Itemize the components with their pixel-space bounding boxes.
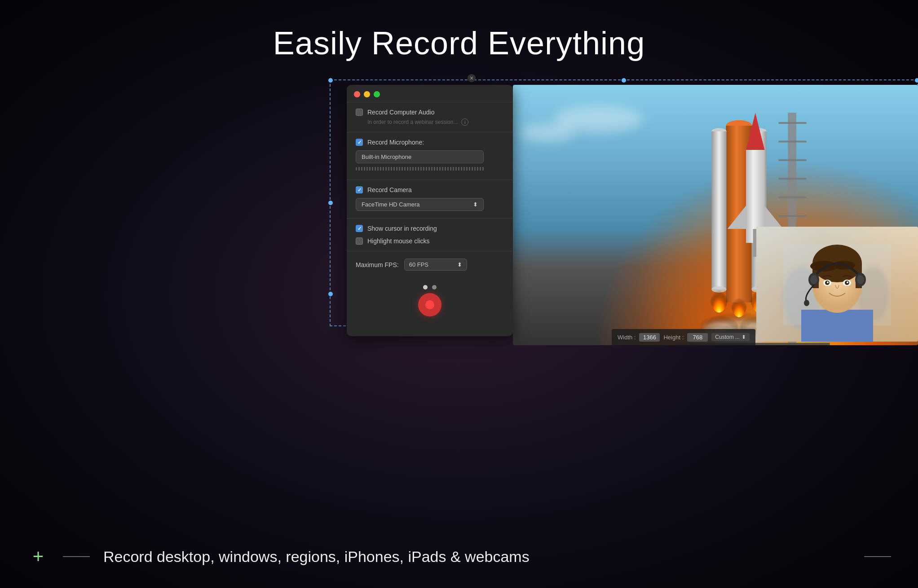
camera-section: Record Camera FaceTime HD Camera ⬍ — [347, 180, 513, 218]
record-camera-row[interactable]: Record Camera — [356, 184, 504, 196]
bottom-line-left — [63, 556, 90, 557]
svg-point-54 — [857, 275, 864, 284]
svg-point-55 — [804, 300, 809, 306]
record-camera-label: Record Camera — [367, 186, 412, 193]
svg-point-49 — [827, 281, 829, 283]
svg-rect-11 — [711, 132, 726, 290]
highlight-clicks-row[interactable]: Highlight mouse clicks — [356, 235, 504, 247]
info-text-content: In order to record a webinar session... — [367, 119, 458, 125]
bottom-line-right — [864, 556, 891, 557]
info-text-row: In order to record a webinar session... … — [356, 118, 504, 128]
custom-label: Custom ... — [715, 334, 740, 340]
info-icon[interactable]: i — [461, 118, 468, 126]
rocket-background: Width : 1366 Height : 768 Custom ... ⬍ — [513, 85, 918, 345]
record-button-inner — [425, 300, 434, 309]
record-audio-row[interactable]: Record Computer Audio — [356, 106, 504, 118]
handle-mid-left[interactable] — [328, 201, 333, 205]
microphone-value: Built-in Microphone — [362, 154, 411, 160]
camera-arrow-icon: ⬍ — [473, 201, 478, 208]
width-label: Width : — [618, 334, 636, 341]
svg-point-28 — [730, 285, 747, 317]
fps-label: Maximum FPS: — [356, 261, 399, 268]
svg-point-52 — [810, 275, 817, 284]
cursor-section: Show cursor in recording Highlight mouse… — [347, 218, 513, 251]
fps-value: 60 FPS — [409, 261, 428, 268]
recording-ui: × Record Computer Audio In order to reco… — [330, 79, 918, 353]
svg-rect-2 — [778, 140, 806, 142]
custom-arrow-icon: ⬍ — [741, 334, 746, 340]
cloud-2 — [521, 124, 575, 142]
svg-rect-3 — [778, 159, 806, 161]
traffic-lights — [347, 85, 513, 102]
camera-value: FaceTime HD Camera — [362, 201, 420, 208]
fps-dropdown[interactable]: 60 FPS ⬍ — [404, 259, 467, 271]
webcam-overlay — [756, 227, 918, 342]
record-button-wrap — [347, 293, 513, 324]
handle-bottom-left[interactable] — [328, 292, 333, 296]
show-cursor-label: Show cursor in recording — [367, 225, 437, 232]
custom-dropdown[interactable]: Custom ... ⬍ — [711, 333, 750, 341]
record-audio-label: Record Computer Audio — [367, 109, 434, 116]
pagination-dots — [347, 278, 513, 293]
record-audio-checkbox[interactable] — [356, 109, 363, 116]
control-panel: Record Computer Audio In order to record… — [347, 85, 513, 336]
pagination-dot-1[interactable] — [423, 285, 428, 290]
record-button[interactable] — [418, 293, 441, 316]
screenshot-area: Width : 1366 Height : 768 Custom ... ⬍ — [513, 85, 918, 345]
width-value[interactable]: 1366 — [639, 333, 660, 342]
pagination-dot-2[interactable] — [432, 285, 437, 290]
webcam-person — [756, 227, 918, 342]
close-button[interactable] — [354, 91, 360, 97]
svg-marker-20 — [764, 206, 783, 229]
fps-row: Maximum FPS: 60 FPS ⬍ — [356, 255, 504, 274]
microphone-section: Record Microphone: Built-in Microphone — [347, 132, 513, 180]
maximize-button[interactable] — [374, 91, 380, 97]
fps-section: Maximum FPS: 60 FPS ⬍ — [347, 251, 513, 278]
plus-icon-wrap: + — [27, 545, 49, 568]
show-cursor-row[interactable]: Show cursor in recording — [356, 222, 504, 235]
plus-icon: + — [33, 547, 44, 566]
record-microphone-label: Record Microphone: — [367, 139, 424, 146]
svg-rect-4 — [778, 178, 806, 180]
bottom-bar: + Record desktop, windows, regions, iPho… — [0, 525, 918, 588]
highlight-clicks-label: Highlight mouse clicks — [367, 237, 430, 245]
svg-rect-1 — [778, 122, 806, 124]
svg-rect-6 — [778, 215, 806, 217]
svg-point-27 — [710, 276, 728, 313]
audio-section: Record Computer Audio In order to record… — [347, 102, 513, 132]
record-microphone-checkbox[interactable] — [356, 139, 363, 146]
page-title: Easily Record Everything — [0, 0, 918, 79]
microphone-dropdown[interactable]: Built-in Microphone — [356, 150, 484, 163]
show-cursor-checkbox[interactable] — [356, 225, 363, 232]
svg-rect-36 — [801, 310, 873, 342]
svg-point-50 — [847, 281, 848, 283]
microphone-level-bar — [356, 167, 484, 171]
minimize-button[interactable] — [364, 91, 370, 97]
highlight-clicks-checkbox[interactable] — [356, 237, 363, 245]
person-svg — [774, 227, 900, 342]
camera-dropdown[interactable]: FaceTime HD Camera ⬍ — [356, 198, 484, 211]
svg-rect-5 — [778, 197, 806, 198]
record-camera-checkbox[interactable] — [356, 186, 363, 193]
dimension-bar: Width : 1366 Height : 768 Custom ... ⬍ — [612, 329, 755, 345]
height-value[interactable]: 768 — [687, 333, 708, 342]
record-microphone-row[interactable]: Record Microphone: — [356, 136, 504, 149]
fps-arrow-icon: ⬍ — [457, 261, 462, 268]
bottom-description: Record desktop, windows, regions, iPhone… — [103, 548, 851, 566]
height-label: Height : — [663, 334, 684, 341]
